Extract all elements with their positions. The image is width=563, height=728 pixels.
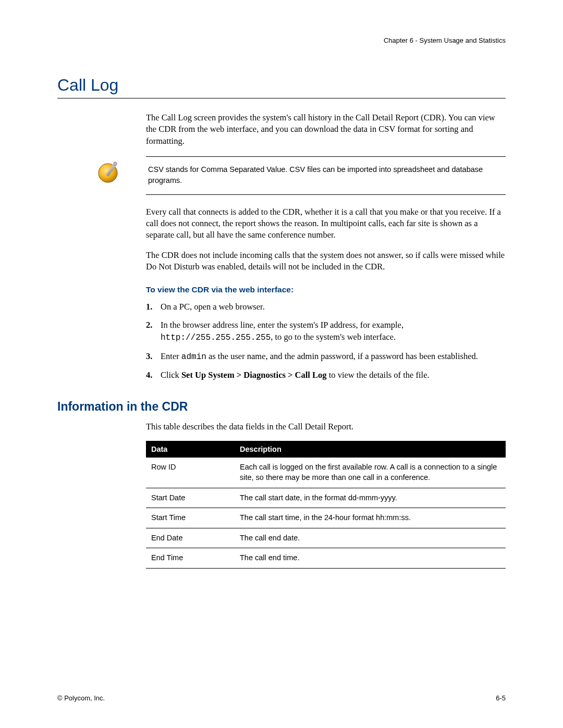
step-2: In the browser address line, enter the s… — [146, 319, 506, 343]
step-2-text-b: , to go to the system's web interface. — [271, 332, 396, 342]
table-header-row: Data Description — [146, 441, 506, 458]
step-4-bold: Set Up System > Diagnostics > Call Log — [181, 370, 327, 380]
cell-data: End Date — [146, 528, 235, 548]
footer-copyright: © Polycom, Inc. — [57, 694, 105, 702]
chapter-header: Chapter 6 - System Usage and Statistics — [57, 36, 506, 44]
body-paragraph-2: Every call that connects is added to the… — [146, 206, 506, 241]
cell-desc: The call end time. — [235, 548, 506, 569]
subsection-title: Information in the CDR — [57, 400, 506, 414]
step-1: On a PC, open a web browser. — [146, 301, 506, 313]
footer-page-number: 6-5 — [496, 694, 506, 702]
table-row: End Date The call end date. — [146, 528, 506, 548]
table-row: Start Time The call start time, in the 2… — [146, 508, 506, 528]
step-4-text-a: Click — [161, 370, 181, 380]
note-block: CSV stands for Comma Separated Value. CS… — [146, 156, 506, 195]
table-row: End Time The call end time. — [146, 548, 506, 569]
section-title: Call Log — [57, 76, 506, 98]
step-3: Enter admin as the user name, and the ad… — [146, 350, 506, 363]
step-3-code: admin — [181, 352, 206, 362]
step-2-text-a: In the browser address line, enter the s… — [161, 320, 403, 330]
step-4-text-b: to view the details of the file. — [327, 370, 430, 380]
svg-point-2 — [114, 162, 117, 165]
page-footer: © Polycom, Inc. 6-5 — [57, 694, 506, 702]
step-4: Click Set Up System > Diagnostics > Call… — [146, 369, 506, 381]
note-text: CSV stands for Comma Separated Value. CS… — [146, 156, 506, 195]
subsection-intro: This table describes the data fields in … — [146, 421, 506, 433]
table-row: Row ID Each call is logged on the first … — [146, 458, 506, 488]
step-2-code: http://255.255.255.255 — [161, 333, 271, 342]
cell-desc: The call start time, in the 24-hour form… — [235, 508, 506, 528]
cell-data: Start Date — [146, 488, 235, 508]
cell-data: End Time — [146, 548, 235, 569]
cell-desc: Each call is logged on the first availab… — [235, 458, 506, 488]
cell-data: Row ID — [146, 458, 235, 488]
th-data: Data — [146, 441, 235, 458]
step-3-text-a: Enter — [161, 351, 181, 361]
step-3-text-b: as the user name, and the admin password… — [206, 351, 478, 361]
th-description: Description — [235, 441, 506, 458]
steps-list: On a PC, open a web browser. In the brow… — [146, 301, 506, 381]
cell-desc: The call start date, in the format dd-mm… — [235, 488, 506, 508]
body-paragraph-3: The CDR does not include incoming calls … — [146, 250, 506, 273]
intro-paragraph: The Call Log screen provides the system'… — [146, 112, 506, 147]
note-icon — [96, 159, 121, 184]
task-heading: To view the CDR via the web interface: — [146, 285, 506, 294]
table-row: Start Date The call start date, in the f… — [146, 488, 506, 508]
cell-data: Start Time — [146, 508, 235, 528]
cdr-table: Data Description Row ID Each call is log… — [146, 441, 506, 568]
cell-desc: The call end date. — [235, 528, 506, 548]
